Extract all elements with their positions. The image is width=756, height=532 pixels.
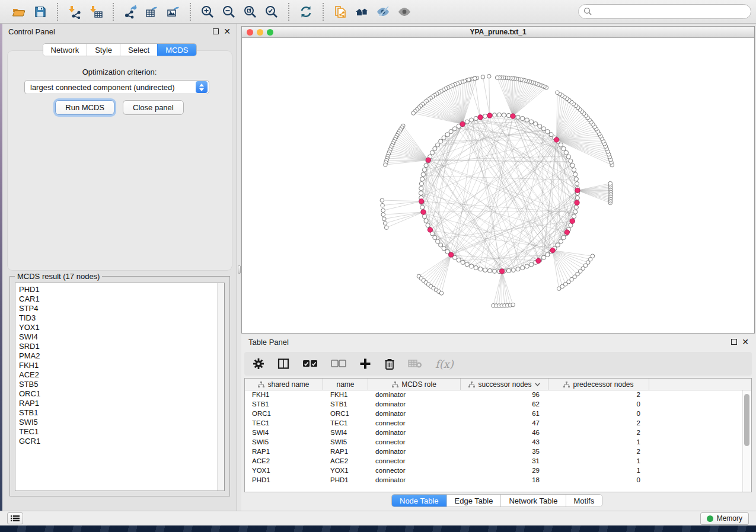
table-cell[interactable]: dominator: [368, 409, 461, 419]
tab-mcds[interactable]: MCDS: [157, 44, 196, 56]
select-all-button[interactable]: [302, 360, 318, 368]
table-cell[interactable]: STB1: [323, 400, 368, 409]
table-cell[interactable]: connector: [368, 466, 461, 476]
mcds-result-item[interactable]: RAP1: [19, 399, 217, 408]
mcds-result-item[interactable]: SRD1: [19, 342, 217, 351]
column-header-predecessor-nodes[interactable]: predecessor nodes: [548, 379, 649, 390]
mcds-result-item[interactable]: SWI5: [19, 418, 217, 427]
deselect-all-button[interactable]: [331, 360, 346, 368]
table-cell[interactable]: ACE2: [323, 457, 368, 466]
table-cell[interactable]: [649, 447, 751, 457]
mcds-result-item[interactable]: PMA2: [19, 351, 217, 361]
tab-edge-table[interactable]: Edge Table: [446, 495, 501, 507]
mcds-result-item[interactable]: FKH1: [19, 361, 217, 370]
table-cell[interactable]: 43: [461, 438, 548, 447]
close-table-panel-icon[interactable]: ✕: [742, 339, 749, 345]
table-cell[interactable]: [649, 400, 751, 409]
network-canvas[interactable]: [242, 38, 754, 333]
refresh-view-button[interactable]: [295, 2, 317, 21]
table-cell[interactable]: 1: [548, 457, 649, 466]
table-cell[interactable]: SWI4: [245, 428, 323, 438]
table-cell[interactable]: FKH1: [323, 390, 368, 400]
table-row[interactable]: PHD1PHD1dominator180: [245, 476, 751, 485]
table-cell[interactable]: [649, 409, 751, 419]
table-cell[interactable]: SWI5: [245, 438, 323, 447]
table-row[interactable]: RAP1RAP1dominator352: [245, 447, 751, 457]
table-cell[interactable]: 29: [461, 466, 548, 476]
table-row[interactable]: SWI5SWI5connector431: [245, 438, 751, 447]
table-cell[interactable]: 96: [461, 390, 548, 400]
result-scrollbar[interactable]: [217, 283, 224, 491]
table-cell[interactable]: 18: [461, 476, 548, 485]
search-input[interactable]: [578, 4, 751, 19]
splitter-grip[interactable]: [238, 265, 241, 274]
table-row[interactable]: ACE2ACE2connector311: [245, 457, 751, 466]
tab-network-table[interactable]: Network Table: [500, 495, 565, 507]
table-cell[interactable]: 46: [461, 428, 548, 438]
add-column-button[interactable]: [359, 358, 371, 370]
table-cell[interactable]: 2: [548, 390, 649, 400]
table-cell[interactable]: 2: [548, 428, 649, 438]
table-row[interactable]: STB1STB1dominator620: [245, 400, 751, 409]
tab-select[interactable]: Select: [120, 44, 157, 56]
mcds-result-item[interactable]: SWI4: [19, 332, 217, 342]
table-row[interactable]: FKH1FKH1dominator962: [245, 390, 751, 400]
table-cell[interactable]: 0: [548, 409, 649, 419]
duplicate-network-button[interactable]: [330, 2, 351, 21]
table-cell[interactable]: [649, 466, 751, 476]
zoom-selected-button[interactable]: [261, 2, 282, 21]
table-cell[interactable]: [649, 438, 751, 447]
mcds-result-item[interactable]: STB1: [19, 408, 217, 418]
table-settings-button[interactable]: [253, 358, 264, 370]
column-header-name[interactable]: name: [323, 379, 368, 390]
mcds-result-item[interactable]: STP4: [19, 304, 217, 313]
table-cell[interactable]: [649, 390, 751, 400]
network-window-titlebar[interactable]: YPA_prune.txt_1: [242, 27, 754, 38]
mcds-result-list[interactable]: PHD1CAR1STP4TID3YOX1SWI4SRD1PMA2FKH1ACE2…: [15, 283, 225, 491]
export-network-button[interactable]: [120, 2, 141, 21]
show-all-button[interactable]: [394, 2, 415, 21]
table-cell[interactable]: FKH1: [245, 390, 323, 400]
table-cell[interactable]: ORC1: [323, 409, 368, 419]
table-cell[interactable]: 2: [548, 419, 649, 428]
mcds-result-item[interactable]: TEC1: [19, 427, 217, 437]
table-cell[interactable]: dominator: [368, 447, 461, 457]
export-table-button[interactable]: [141, 2, 162, 21]
tab-style[interactable]: Style: [87, 44, 120, 56]
table-scrollbar[interactable]: [742, 390, 750, 492]
save-session-button[interactable]: [30, 2, 51, 21]
table-cell[interactable]: [649, 476, 751, 485]
zoom-in-button[interactable]: [197, 2, 218, 21]
close-panel-button[interactable]: Close panel: [123, 100, 184, 115]
table-cell[interactable]: PHD1: [245, 476, 323, 485]
zoom-out-button[interactable]: [218, 2, 240, 21]
mcds-result-item[interactable]: STB5: [19, 380, 217, 389]
table-cell[interactable]: 1: [548, 438, 649, 447]
delete-column-button[interactable]: [384, 358, 395, 370]
table-cell[interactable]: RAP1: [323, 447, 368, 457]
table-cell[interactable]: PHD1: [323, 476, 368, 485]
table-cell[interactable]: ACE2: [245, 457, 323, 466]
table-scrollbar-thumb[interactable]: [744, 394, 749, 446]
mcds-result-item[interactable]: ORC1: [19, 389, 217, 399]
table-cell[interactable]: 0: [548, 400, 649, 409]
table-cell[interactable]: connector: [368, 457, 461, 466]
show-column-panel-button[interactable]: [277, 358, 289, 370]
open-file-button[interactable]: [8, 2, 30, 21]
tab-network[interactable]: Network: [43, 44, 87, 56]
table-cell[interactable]: TEC1: [323, 419, 368, 428]
table-cell[interactable]: 61: [461, 409, 548, 419]
mcds-result-item[interactable]: CAR1: [19, 294, 217, 304]
mcds-result-item[interactable]: TID3: [19, 313, 217, 323]
export-image-button[interactable]: [162, 2, 184, 21]
table-row[interactable]: YOX1YOX1connector291: [245, 466, 751, 476]
table-cell[interactable]: [649, 419, 751, 428]
table-cell[interactable]: 62: [461, 400, 548, 409]
table-cell[interactable]: YOX1: [245, 466, 323, 476]
table-cell[interactable]: 0: [548, 476, 649, 485]
table-cell[interactable]: dominator: [368, 428, 461, 438]
hide-selected-button[interactable]: [372, 2, 394, 21]
mcds-result-item[interactable]: GCR1: [19, 437, 217, 446]
column-header-successor-nodes[interactable]: successor nodes: [461, 379, 548, 390]
table-cell[interactable]: 1: [548, 466, 649, 476]
